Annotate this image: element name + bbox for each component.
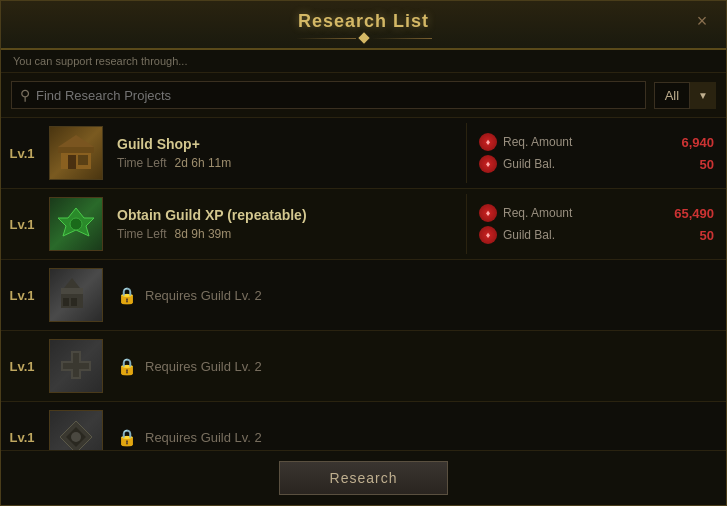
search-icon: ⚲: [20, 87, 30, 103]
info-text: You can support research through...: [13, 55, 188, 67]
item-time-row: Time Left 2d 6h 11m: [117, 156, 458, 170]
req-amount-label: Req. Amount: [503, 135, 675, 149]
guild-bal-row: ♦ Guild Bal. 50: [479, 226, 714, 244]
level-badge: Lv.1: [1, 217, 43, 232]
item-requirements-guild-xp: ♦ Req. Amount 65,490 ♦ Guild Bal. 50: [466, 194, 726, 254]
guild-bal-row: ♦ Guild Bal. 50: [479, 155, 714, 173]
search-container: ⚲: [11, 81, 646, 109]
title-diamond: [358, 32, 369, 43]
svg-rect-15: [63, 363, 89, 369]
item-icon-guild-shop: [49, 126, 103, 180]
svg-rect-9: [71, 298, 77, 306]
title-line-right: [372, 38, 432, 39]
item-icon-locked-1: [49, 268, 103, 322]
guild-bal-value: 50: [700, 228, 714, 243]
svg-point-18: [71, 432, 81, 442]
research-item-locked-3: Lv.1 🔒 Requires Guild Lv. 2: [1, 260, 726, 331]
modal-header: Research List ×: [1, 1, 726, 50]
item-icon-locked-3: [49, 410, 103, 450]
item-icon-inner: [50, 127, 102, 179]
svg-rect-2: [68, 155, 76, 169]
lock-icon: 🔒: [117, 428, 137, 447]
req-amount-icon: ♦: [479, 204, 497, 222]
lock-icon: 🔒: [117, 286, 137, 305]
req-amount-label: Req. Amount: [503, 206, 668, 220]
time-label: Time Left: [117, 227, 167, 241]
locked-text: Requires Guild Lv. 2: [145, 288, 262, 303]
item-info-guild-xp: Obtain Guild XP (repeatable) Time Left 8…: [109, 197, 466, 251]
svg-marker-11: [64, 278, 80, 288]
item-info-guild-shop: Guild Shop+ Time Left 2d 6h 11m: [109, 126, 466, 180]
lock-icon: 🔒: [117, 357, 137, 376]
close-button[interactable]: ×: [690, 9, 714, 33]
level-badge: Lv.1: [1, 146, 43, 161]
research-button[interactable]: Research: [279, 461, 449, 495]
req-amount-value: 65,490: [674, 206, 714, 221]
svg-rect-1: [58, 147, 94, 153]
level-badge: Lv.1: [1, 359, 43, 374]
filter-value: All: [654, 82, 689, 109]
research-list[interactable]: Lv.1 Guild Shop+ Time Left: [1, 118, 726, 450]
research-item-guild-shop[interactable]: Lv.1 Guild Shop+ Time Left: [1, 118, 726, 189]
modal-title: Research List: [1, 11, 726, 32]
svg-rect-8: [63, 298, 69, 306]
req-amount-row: ♦ Req. Amount 6,940: [479, 133, 714, 151]
title-decoration: [1, 34, 726, 42]
level-badge: Lv.1: [1, 430, 43, 445]
item-icon-inner: [50, 411, 102, 450]
research-item-locked-4: Lv.1 🔒 Requires Guild Lv. 2: [1, 331, 726, 402]
locked-text: Requires Guild Lv. 2: [145, 430, 262, 445]
svg-marker-4: [58, 135, 94, 147]
info-bar: You can support research through...: [1, 50, 726, 73]
item-name: Guild Shop+: [117, 136, 458, 152]
req-amount-row: ♦ Req. Amount 65,490: [479, 204, 714, 222]
search-filter-row: ⚲ All ▼: [1, 73, 726, 118]
time-label: Time Left: [117, 156, 167, 170]
time-value: 2d 6h 11m: [175, 156, 232, 170]
item-icon-inner: [50, 198, 102, 250]
svg-point-6: [70, 218, 82, 230]
modal-footer: Research: [1, 450, 726, 505]
research-item-guild-xp[interactable]: Lv.1 Obtain Guild XP (repeatable) Time L…: [1, 189, 726, 260]
title-line-left: [296, 38, 356, 39]
item-icon-guild-xp: [49, 197, 103, 251]
research-item-locked-5: Lv.1 🔒 Requires Guild Lv. 2: [1, 402, 726, 450]
item-name: Obtain Guild XP (repeatable): [117, 207, 458, 223]
guild-bal-label: Guild Bal.: [503, 157, 694, 171]
req-amount-value: 6,940: [681, 135, 714, 150]
research-list-modal: Research List × You can support research…: [0, 0, 727, 506]
filter-arrow[interactable]: ▼: [689, 82, 716, 109]
item-info-locked: 🔒 Requires Guild Lv. 2: [109, 347, 726, 386]
item-icon-inner: [50, 340, 102, 392]
svg-rect-3: [78, 155, 88, 165]
filter-dropdown[interactable]: All ▼: [654, 82, 716, 109]
req-amount-icon: ♦: [479, 133, 497, 151]
level-badge: Lv.1: [1, 288, 43, 303]
svg-rect-10: [61, 288, 83, 294]
guild-bal-label: Guild Bal.: [503, 228, 694, 242]
guild-bal-icon: ♦: [479, 155, 497, 173]
item-requirements-guild-shop: ♦ Req. Amount 6,940 ♦ Guild Bal. 50: [466, 123, 726, 183]
search-input[interactable]: [36, 88, 637, 103]
item-icon-locked-2: [49, 339, 103, 393]
guild-bal-icon: ♦: [479, 226, 497, 244]
item-icon-inner: [50, 269, 102, 321]
item-time-row: Time Left 8d 9h 39m: [117, 227, 458, 241]
locked-text: Requires Guild Lv. 2: [145, 359, 262, 374]
item-info-locked: 🔒 Requires Guild Lv. 2: [109, 418, 726, 451]
item-info-locked: 🔒 Requires Guild Lv. 2: [109, 276, 726, 315]
guild-bal-value: 50: [700, 157, 714, 172]
time-value: 8d 9h 39m: [175, 227, 232, 241]
